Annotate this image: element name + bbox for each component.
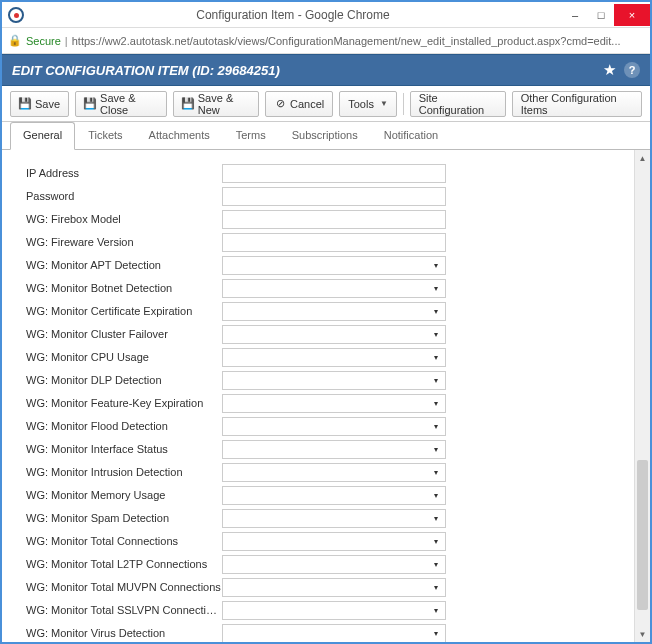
chevron-down-icon: ▾: [434, 514, 438, 523]
chevron-down-icon: ▾: [434, 629, 438, 638]
lock-icon: 🔒: [8, 34, 22, 47]
chevron-down-icon: ▾: [434, 307, 438, 316]
field-label: WG: Monitor Total Connections: [26, 535, 222, 547]
field-label: IP Address: [26, 167, 222, 179]
text-input[interactable]: [222, 233, 446, 252]
minimize-button[interactable]: –: [562, 4, 588, 26]
other-configuration-items-button[interactable]: Other Configuration Items: [512, 91, 642, 117]
site-configuration-button[interactable]: Site Configuration: [410, 91, 506, 117]
field-label: WG: Monitor CPU Usage: [26, 351, 222, 363]
content-wrap: IP AddressPasswordWG: Firebox ModelWG: F…: [2, 150, 650, 642]
chevron-down-icon: ▾: [434, 284, 438, 293]
tab-general[interactable]: General: [10, 122, 75, 150]
save-button[interactable]: 💾 Save: [10, 91, 69, 117]
tab-bar: GeneralTicketsAttachmentsTermsSubscripti…: [2, 122, 650, 150]
maximize-button[interactable]: □: [588, 4, 614, 26]
window-title: Configuration Item - Google Chrome: [24, 8, 562, 22]
select-input[interactable]: ▾: [222, 256, 446, 275]
form-row: WG: Monitor Cluster Failover▾: [26, 323, 630, 345]
select-input[interactable]: ▾: [222, 302, 446, 321]
form-row: WG: Monitor Total Connections▾: [26, 530, 630, 552]
url-text[interactable]: https://ww2.autotask.net/autotask/views/…: [72, 35, 644, 47]
chevron-down-icon: ▾: [434, 468, 438, 477]
form-row: IP Address: [26, 162, 630, 184]
select-input[interactable]: ▾: [222, 532, 446, 551]
select-input[interactable]: ▾: [222, 279, 446, 298]
form-row: WG: Monitor DLP Detection▾: [26, 369, 630, 391]
tab-tickets[interactable]: Tickets: [75, 122, 135, 149]
save-label: Save: [35, 98, 60, 110]
field-label: WG: Monitor Cluster Failover: [26, 328, 222, 340]
select-input[interactable]: ▾: [222, 417, 446, 436]
form-row: WG: Monitor Intrusion Detection▾: [26, 461, 630, 483]
select-input[interactable]: ▾: [222, 555, 446, 574]
toolbar: 💾 Save 💾 Save & Close 💾 Save & New ⊘ Can…: [2, 86, 650, 122]
other-config-label: Other Configuration Items: [521, 92, 633, 116]
form-row: WG: Monitor Botnet Detection▾: [26, 277, 630, 299]
secure-label: Secure: [26, 35, 61, 47]
chevron-down-icon: ▾: [434, 537, 438, 546]
select-input[interactable]: ▾: [222, 463, 446, 482]
form-row: WG: Monitor Virus Detection▾: [26, 622, 630, 642]
select-input[interactable]: ▾: [222, 509, 446, 528]
site-config-label: Site Configuration: [419, 92, 497, 116]
save-new-button[interactable]: 💾 Save & New: [173, 91, 259, 117]
select-input[interactable]: ▾: [222, 394, 446, 413]
chevron-down-icon: ▾: [434, 606, 438, 615]
select-input[interactable]: ▾: [222, 348, 446, 367]
field-label: WG: Monitor APT Detection: [26, 259, 222, 271]
select-input[interactable]: ▾: [222, 325, 446, 344]
tab-notification[interactable]: Notification: [371, 122, 451, 149]
tools-button[interactable]: Tools ▼: [339, 91, 397, 117]
form-row: WG: Firebox Model: [26, 208, 630, 230]
form-row: Password: [26, 185, 630, 207]
cancel-icon: ⊘: [274, 98, 286, 110]
window-controls: – □ ×: [562, 4, 650, 26]
save-close-label: Save & Close: [100, 92, 158, 116]
header-icons: ★ ?: [603, 61, 640, 79]
field-label: WG: Monitor Botnet Detection: [26, 282, 222, 294]
chevron-down-icon: ▾: [434, 261, 438, 270]
scroll-up-icon[interactable]: ▲: [635, 150, 650, 166]
chevron-down-icon: ▾: [434, 560, 438, 569]
select-input[interactable]: ▾: [222, 601, 446, 620]
close-button[interactable]: ×: [614, 4, 650, 26]
form-row: WG: Monitor Memory Usage▾: [26, 484, 630, 506]
app-icon: [8, 7, 24, 23]
field-label: WG: Firebox Model: [26, 213, 222, 225]
select-input[interactable]: ▾: [222, 486, 446, 505]
tab-subscriptions[interactable]: Subscriptions: [279, 122, 371, 149]
scroll-thumb[interactable]: [637, 460, 648, 610]
save-icon: 💾: [182, 98, 194, 110]
cancel-button[interactable]: ⊘ Cancel: [265, 91, 333, 117]
field-label: WG: Monitor DLP Detection: [26, 374, 222, 386]
field-label: WG: Monitor Feature-Key Expiration: [26, 397, 222, 409]
cancel-label: Cancel: [290, 98, 324, 110]
tab-attachments[interactable]: Attachments: [136, 122, 223, 149]
scroll-down-icon[interactable]: ▼: [635, 626, 650, 642]
form-row: WG: Monitor Total MUVPN Connections▾: [26, 576, 630, 598]
star-icon[interactable]: ★: [603, 61, 616, 79]
select-input[interactable]: ▾: [222, 578, 446, 597]
page-title: EDIT CONFIGURATION ITEM (ID: 29684251): [12, 63, 280, 78]
field-label: WG: Monitor Virus Detection: [26, 627, 222, 639]
select-input[interactable]: ▾: [222, 440, 446, 459]
form-area[interactable]: IP AddressPasswordWG: Firebox ModelWG: F…: [2, 150, 634, 642]
text-input[interactable]: [222, 164, 446, 183]
form-row: WG: Monitor CPU Usage▾: [26, 346, 630, 368]
text-input[interactable]: [222, 210, 446, 229]
select-input[interactable]: ▾: [222, 371, 446, 390]
save-close-button[interactable]: 💾 Save & Close: [75, 91, 167, 117]
field-label: WG: Monitor Certificate Expiration: [26, 305, 222, 317]
tools-label: Tools: [348, 98, 374, 110]
help-icon[interactable]: ?: [624, 62, 640, 78]
form-row: WG: Monitor Interface Status▾: [26, 438, 630, 460]
toolbar-separator: [403, 93, 404, 115]
chevron-down-icon: ▾: [434, 422, 438, 431]
text-input[interactable]: [222, 187, 446, 206]
save-icon: 💾: [19, 98, 31, 110]
field-label: WG: Monitor Memory Usage: [26, 489, 222, 501]
outer-scrollbar[interactable]: ▲ ▼: [634, 150, 650, 642]
tab-terms[interactable]: Terms: [223, 122, 279, 149]
select-input[interactable]: ▾: [222, 624, 446, 643]
